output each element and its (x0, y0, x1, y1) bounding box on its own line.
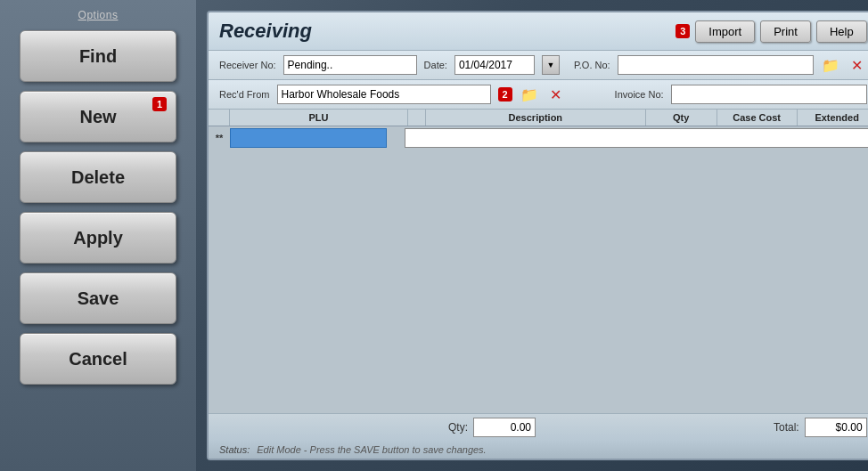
total-label: Total: (774, 421, 799, 434)
recd-folder-icon[interactable]: 📁 (520, 85, 539, 104)
recd-from-input[interactable] (277, 85, 491, 104)
th-extended: Extended (798, 110, 868, 126)
print-button[interactable]: Print (760, 20, 811, 43)
bottom-bar: Qty: Total: (209, 413, 868, 441)
qty-label: Qty: (448, 421, 468, 434)
save-button[interactable]: Save (20, 272, 176, 324)
header-badge: 3 (676, 24, 690, 38)
po-no-input[interactable] (618, 55, 814, 75)
description-input[interactable] (405, 128, 868, 148)
plu-cell[interactable] (230, 128, 387, 148)
date-input[interactable] (454, 55, 535, 75)
main-area: Receiving 3 Import Print Help Receiver N… (196, 0, 868, 471)
panel-header: Receiving 3 Import Print Help (209, 12, 868, 51)
total-group: Total: (774, 418, 867, 437)
form-row-1: Receiver No: Date: ▼ P.O. No: 📁 ✕ (209, 51, 868, 80)
cancel-button[interactable]: Cancel (20, 333, 176, 385)
new-button[interactable]: New 1 (20, 91, 176, 142)
sidebar: Options Find New 1 Delete Apply Save Can… (0, 0, 196, 471)
find-button[interactable]: Find (20, 30, 176, 82)
qty-group: Qty: (448, 418, 536, 437)
date-picker-button[interactable]: ▼ (542, 55, 560, 75)
form-row-2: Rec'd From 2 📁 ✕ Invoice No: (209, 80, 868, 110)
header-buttons: 3 Import Print Help (676, 20, 866, 43)
receiver-no-input[interactable] (283, 55, 417, 75)
options-label: Options (78, 9, 119, 21)
po-clear-icon[interactable]: ✕ (848, 55, 867, 75)
recd-clear-icon[interactable]: ✕ (546, 85, 566, 104)
status-label: Status: (219, 444, 250, 455)
panel-title: Receiving (219, 20, 312, 43)
row-marker: ** (209, 131, 230, 145)
th-marker (209, 110, 230, 126)
status-value: Edit Mode - Press the SAVE button to sav… (257, 444, 486, 455)
status-bar: Status: Edit Mode - Press the SAVE butto… (209, 441, 868, 459)
date-label: Date: (424, 60, 447, 70)
th-plu: PLU (230, 110, 408, 126)
delete-button[interactable]: Delete (20, 151, 176, 203)
th-qty: Qty (646, 110, 717, 126)
recd-from-label: Rec'd From (219, 89, 270, 100)
po-no-label: P.O. No: (574, 60, 610, 70)
th-case-cost: Case Cost (717, 110, 798, 126)
content-panel: Receiving 3 Import Print Help Receiver N… (207, 11, 868, 460)
invoice-no-label: Invoice No: (615, 89, 664, 100)
recd-from-badge: 2 (498, 87, 512, 102)
th-description: Description (426, 110, 646, 126)
table-row: ** (209, 126, 868, 150)
help-button[interactable]: Help (816, 20, 867, 43)
receiver-no-label: Receiver No: (219, 60, 276, 70)
invoice-no-input[interactable] (671, 85, 867, 104)
total-value[interactable] (805, 418, 867, 437)
th-blank (408, 110, 426, 126)
import-button[interactable]: Import (695, 20, 755, 43)
qty-value[interactable] (473, 418, 536, 437)
apply-button[interactable]: Apply (20, 212, 176, 264)
new-badge: 1 (152, 97, 167, 111)
table-header: PLU Description Qty Case Cost Extended (209, 110, 868, 126)
po-folder-icon[interactable]: 📁 (821, 55, 840, 75)
table-area: PLU Description Qty Case Cost Extended *… (209, 110, 868, 413)
